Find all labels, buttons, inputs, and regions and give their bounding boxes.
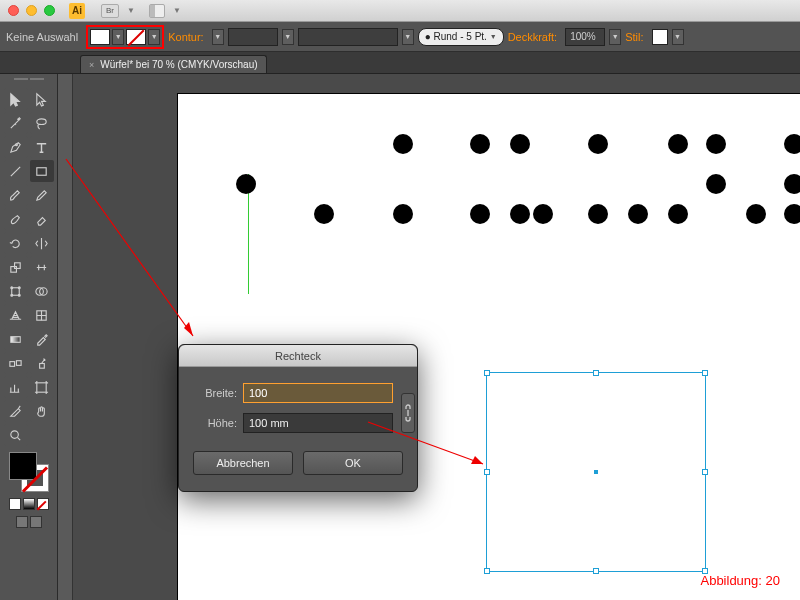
close-window-icon[interactable] <box>8 5 19 16</box>
hand-tool[interactable] <box>30 400 54 422</box>
bridge-button[interactable]: Br <box>101 4 119 18</box>
svg-point-0 <box>37 118 46 124</box>
close-tab-icon[interactable]: × <box>89 60 94 70</box>
scale-tool[interactable] <box>4 256 28 278</box>
cancel-button[interactable]: Abbrechen <box>193 451 293 475</box>
blend-tool[interactable] <box>4 352 28 374</box>
resize-handle-s[interactable] <box>593 568 599 574</box>
resize-handle-sw[interactable] <box>484 568 490 574</box>
paintbrush-tool[interactable] <box>4 184 28 206</box>
shape-builder-tool[interactable] <box>30 280 54 302</box>
stroke-label: Kontur: <box>168 31 203 43</box>
dice-dot <box>784 204 800 224</box>
eraser-tool[interactable] <box>30 208 54 230</box>
minimize-window-icon[interactable] <box>26 5 37 16</box>
stroke-profile-dropdown[interactable]: ▼ <box>282 29 294 45</box>
zoom-tool[interactable] <box>4 424 28 446</box>
selection-rectangle[interactable] <box>486 372 706 572</box>
svg-rect-17 <box>37 382 46 391</box>
slice-tool[interactable] <box>4 400 28 422</box>
dice-dot <box>588 134 608 154</box>
dice-dot <box>668 134 688 154</box>
resize-handle-e[interactable] <box>702 469 708 475</box>
pencil-tool[interactable] <box>30 184 54 206</box>
width-input[interactable] <box>243 383 393 403</box>
stroke-profile[interactable] <box>228 28 278 46</box>
gradient-tool[interactable] <box>4 328 28 350</box>
zoom-window-icon[interactable] <box>44 5 55 16</box>
stroke-dropdown[interactable]: ▼ <box>148 29 160 45</box>
height-input[interactable] <box>243 413 393 433</box>
dice-dot <box>510 134 530 154</box>
color-mode-buttons <box>9 498 49 510</box>
line-tool[interactable] <box>4 160 28 182</box>
fill-swatch[interactable] <box>90 29 110 45</box>
screen-mode-buttons <box>16 516 42 528</box>
svg-rect-15 <box>16 360 21 365</box>
magic-wand-tool[interactable] <box>4 112 28 134</box>
selection-tool[interactable] <box>4 88 28 110</box>
resize-handle-nw[interactable] <box>484 370 490 376</box>
width-label: Breite: <box>193 387 237 399</box>
fill-stroke-highlight: ▼ ▼ <box>86 25 164 49</box>
style-label: Stil: <box>625 31 643 43</box>
panel-grip-icon[interactable] <box>9 78 49 84</box>
resize-handle-ne[interactable] <box>702 370 708 376</box>
rectangle-tool[interactable] <box>30 160 54 182</box>
brush-preset[interactable]: ●Rund - 5 Pt.▼ <box>418 28 504 46</box>
dice-dot <box>784 134 800 154</box>
fill-stroke-indicator[interactable] <box>9 452 49 492</box>
lasso-tool[interactable] <box>30 112 54 134</box>
pen-tool[interactable] <box>4 136 28 158</box>
brush-definition[interactable] <box>298 28 398 46</box>
blob-brush-tool[interactable] <box>4 208 28 230</box>
rotate-tool[interactable] <box>4 232 28 254</box>
fill-color-icon[interactable] <box>9 452 37 480</box>
style-swatch[interactable] <box>652 29 668 45</box>
dialog-title[interactable]: Rechteck <box>179 345 417 367</box>
canvas-area[interactable]: Rechteck Breite: Höhe: <box>58 74 800 600</box>
dice-dot <box>706 174 726 194</box>
app-icon: Ai <box>69 3 85 19</box>
constrain-proportions-button[interactable] <box>401 393 415 433</box>
stroke-swatch-none[interactable] <box>126 29 146 45</box>
selection-status-label: Keine Auswahl <box>6 31 78 43</box>
ok-button[interactable]: OK <box>303 451 403 475</box>
resize-handle-n[interactable] <box>593 370 599 376</box>
svg-rect-2 <box>37 167 46 175</box>
height-label: Höhe: <box>193 417 237 429</box>
symbol-sprayer-tool[interactable] <box>30 352 54 374</box>
style-dropdown[interactable]: ▼ <box>672 29 684 45</box>
brush-dropdown[interactable]: ▼ <box>402 29 414 45</box>
opacity-input[interactable]: 100% <box>565 28 605 46</box>
eyedropper-tool[interactable] <box>30 328 54 350</box>
workspace-layout-button[interactable] <box>149 4 165 18</box>
direct-selection-tool[interactable] <box>30 88 54 110</box>
dice-dot <box>510 204 530 224</box>
color-mode-none[interactable] <box>37 498 49 510</box>
color-mode-gradient[interactable] <box>23 498 35 510</box>
document-tab-title: Würfel* bei 70 % (CMYK/Vorschau) <box>100 59 257 70</box>
document-tab[interactable]: × Würfel* bei 70 % (CMYK/Vorschau) <box>80 55 267 73</box>
screen-mode-full[interactable] <box>30 516 42 528</box>
mesh-tool[interactable] <box>30 304 54 326</box>
width-tool[interactable] <box>30 256 54 278</box>
vertical-scrollbar[interactable] <box>58 74 73 600</box>
chevron-down-icon[interactable]: ▼ <box>127 6 135 15</box>
chevron-down-icon[interactable]: ▼ <box>173 6 181 15</box>
color-mode-solid[interactable] <box>9 498 21 510</box>
dice-dot <box>470 134 490 154</box>
stroke-weight-dropdown[interactable]: ▼ <box>212 29 224 45</box>
dice-dot <box>236 174 256 194</box>
free-transform-tool[interactable] <box>4 280 28 302</box>
perspective-grid-tool[interactable] <box>4 304 28 326</box>
screen-mode-normal[interactable] <box>16 516 28 528</box>
dice-dot <box>470 204 490 224</box>
artboard-tool[interactable] <box>30 376 54 398</box>
opacity-dropdown[interactable]: ▼ <box>609 29 621 45</box>
type-tool[interactable] <box>30 136 54 158</box>
fill-dropdown[interactable]: ▼ <box>112 29 124 45</box>
resize-handle-w[interactable] <box>484 469 490 475</box>
reflect-tool[interactable] <box>30 232 54 254</box>
column-graph-tool[interactable] <box>4 376 28 398</box>
